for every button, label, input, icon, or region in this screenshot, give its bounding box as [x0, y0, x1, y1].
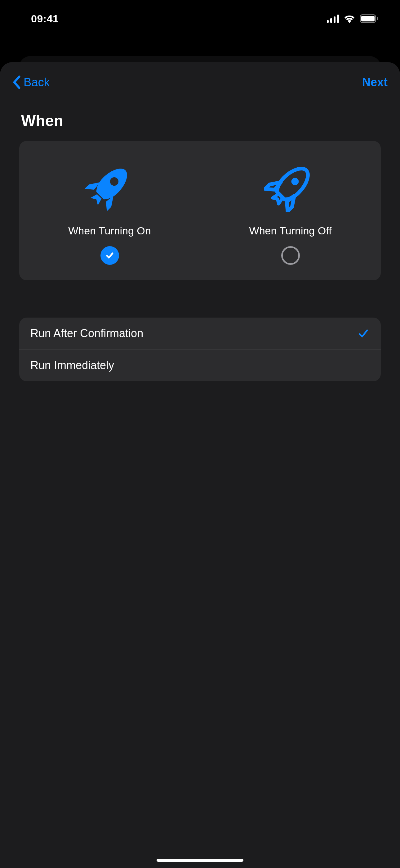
content: When	[0, 102, 400, 381]
svg-rect-3	[337, 14, 339, 23]
svg-rect-2	[334, 17, 335, 23]
chevron-left-icon	[12, 75, 21, 89]
home-indicator[interactable]	[157, 859, 243, 862]
run-after-confirmation-row[interactable]: Run After Confirmation	[19, 318, 381, 349]
svg-rect-0	[327, 20, 329, 23]
run-after-confirmation-label: Run After Confirmation	[30, 327, 143, 340]
run-options-card: Run After Confirmation Run Immediately	[19, 318, 381, 381]
when-card: When Turning On	[19, 141, 381, 280]
when-on-label: When Turning On	[68, 225, 151, 237]
when-off-label: When Turning Off	[249, 225, 332, 237]
run-immediately-label: Run Immediately	[30, 359, 114, 372]
run-immediately-row[interactable]: Run Immediately	[19, 349, 381, 381]
status-icons	[327, 14, 378, 23]
when-turning-on-option[interactable]: When Turning On	[19, 156, 200, 265]
nav-bar: Back Next	[0, 62, 400, 102]
wifi-icon	[343, 14, 355, 23]
when-turning-off-option[interactable]: When Turning Off	[200, 156, 381, 265]
next-button[interactable]: Next	[362, 76, 388, 89]
back-label: Back	[24, 76, 49, 89]
svg-rect-1	[330, 18, 332, 23]
checkmark-circle-icon	[100, 246, 119, 265]
modal-sheet: Back Next When	[0, 62, 400, 868]
rocket-outline-icon	[261, 156, 320, 215]
section-title: When	[21, 112, 379, 130]
svg-rect-6	[377, 17, 378, 20]
rocket-filled-icon	[80, 156, 139, 215]
empty-circle-icon	[281, 246, 300, 265]
status-time: 09:41	[31, 13, 59, 25]
status-bar: 09:41	[0, 0, 400, 37]
checkmark-icon	[357, 327, 370, 340]
svg-rect-5	[361, 16, 374, 22]
back-button[interactable]: Back	[12, 75, 49, 89]
cellular-icon	[327, 14, 339, 23]
svg-point-8	[290, 176, 300, 187]
battery-icon	[360, 14, 378, 23]
